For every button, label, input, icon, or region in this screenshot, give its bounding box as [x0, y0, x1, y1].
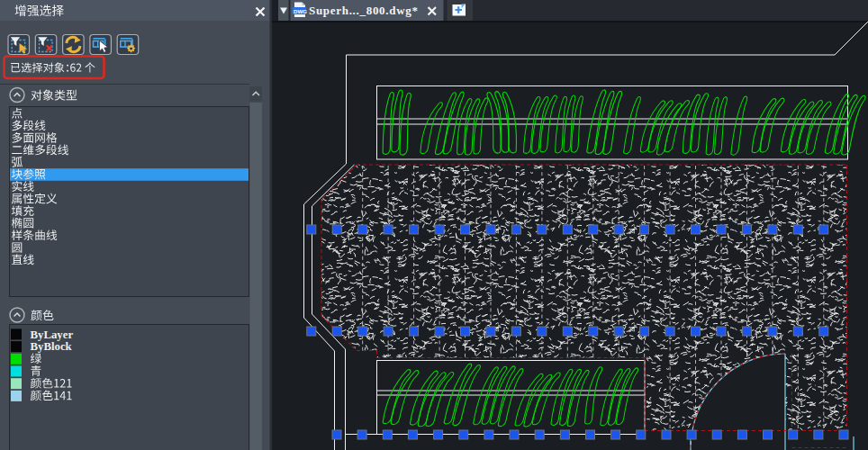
svg-text:ByBlock: ByBlock: [31, 340, 73, 353]
svg-text:Superh..._800.dwg*: Superh..._800.dwg*: [309, 4, 419, 17]
svg-text:DWG: DWG: [294, 8, 307, 14]
svg-text:ByLayer: ByLayer: [31, 328, 74, 341]
